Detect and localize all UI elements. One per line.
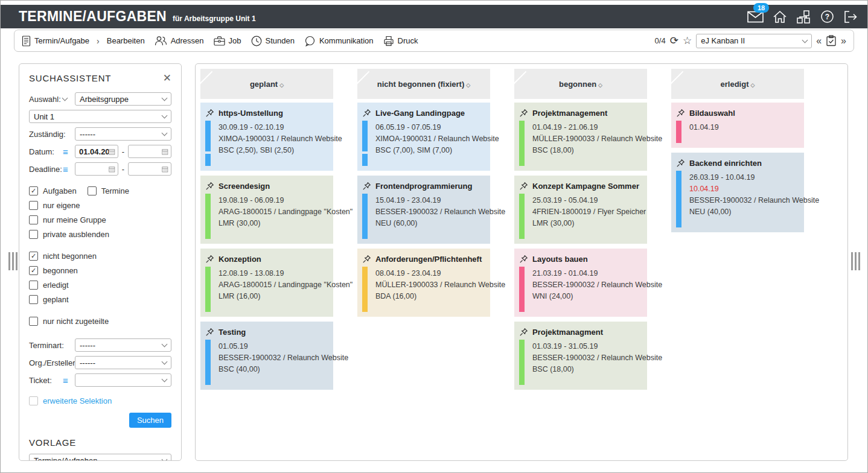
checkbox-box[interactable]	[29, 215, 38, 224]
menu-adressen[interactable]: Adressen	[155, 36, 204, 46]
checkbox-item[interactable]: geplant	[29, 295, 69, 304]
card-details: 15.04.19 - 23.04.19BESSER-1900032 / Rela…	[375, 195, 484, 229]
deadline-to-field[interactable]	[128, 162, 171, 176]
sort-icon[interactable]: ◇	[466, 82, 470, 88]
checkbox-box[interactable]: ✓	[29, 252, 38, 261]
refresh-icon[interactable]: ⟳	[670, 36, 678, 46]
sitemap-button[interactable]	[796, 10, 811, 24]
checkbox-item[interactable]: erledigt	[29, 281, 69, 290]
checkbox-label: private ausblenden	[43, 230, 109, 239]
checkbox-box[interactable]	[29, 295, 38, 304]
checkbox-item[interactable]: private ausblenden	[29, 230, 109, 239]
vorlage-select-value: Termine/Aufgaben	[34, 456, 98, 462]
checkbox-box[interactable]	[88, 186, 97, 195]
datum-to-input[interactable]	[132, 147, 162, 156]
deadline-from-input[interactable]	[79, 165, 109, 174]
kanban-card[interactable]: Konzeption 12.08.19 - 13.08.19ARAG-18000…	[200, 249, 333, 317]
kanban-card[interactable]: Live-Gang Landingpage 06.05.19 - 07.05.1…	[357, 103, 490, 171]
auswahl-chevron-icon[interactable]	[63, 98, 75, 100]
auswahl-select[interactable]: Arbeitsgruppe	[75, 92, 171, 106]
checkbox-item[interactable]: Termine	[88, 186, 129, 195]
menu-druck[interactable]: Druck	[383, 36, 418, 46]
calendar-icon[interactable]	[162, 148, 168, 156]
datum-from-field[interactable]	[75, 145, 118, 158]
right-resize-grip[interactable]	[851, 252, 860, 270]
close-icon[interactable]: ✕	[163, 72, 171, 84]
unit-select[interactable]: Unit 1	[29, 110, 171, 123]
column-header[interactable]: erledigt ◇	[671, 69, 804, 99]
card-line: MÜLLER-1900033 / Relaunch Website	[375, 279, 484, 291]
checkbox-item[interactable]: ✓ begonnen	[29, 266, 78, 275]
deadline-from-field[interactable]	[75, 162, 118, 176]
card-title: Frontendprogrammierung	[375, 182, 472, 191]
checkbox-box[interactable]: ✓	[29, 186, 38, 195]
kanban-card[interactable]: Anforderungen/Pflichtenheft 08.04.19 - 2…	[357, 249, 490, 317]
datum-from-input[interactable]	[79, 147, 109, 156]
ticket-select[interactable]	[75, 373, 171, 387]
datum-options-icon[interactable]: ≡	[63, 147, 75, 156]
vorlage-select[interactable]: Termine/Aufgaben	[29, 454, 171, 461]
home-button[interactable]	[773, 10, 787, 24]
calendar-icon[interactable]	[109, 165, 115, 173]
kanban-card[interactable]: Projektmanagment 01.03.19 - 31.05.19BESS…	[514, 322, 647, 390]
kanban-card[interactable]: Screendesign 19.08.19 - 06.09.19ARAG-180…	[200, 176, 333, 244]
next-page-button[interactable]: »	[841, 36, 846, 46]
left-resize-grip[interactable]	[8, 252, 18, 270]
range-dash: -	[122, 165, 124, 174]
logout-button[interactable]	[843, 10, 858, 24]
kanban-card[interactable]: Konzept Kampagne Sommer 25.03.19 - 05.04…	[514, 176, 647, 244]
column-header[interactable]: nicht begonnen (fixiert) ◇	[357, 69, 490, 99]
speech-bubble-icon	[304, 36, 316, 46]
ticket-options-icon[interactable]: ≡	[63, 376, 75, 385]
terminart-select[interactable]: ------	[75, 338, 171, 352]
mail-button[interactable]: 18	[747, 11, 764, 23]
checkbox-box[interactable]	[29, 281, 38, 290]
kanban-card[interactable]: https-Umstellung 30.09.19 - 02.10.19XIMO…	[200, 103, 333, 171]
column-header[interactable]: geplant ◇	[200, 69, 333, 99]
menu-bearbeiten[interactable]: Bearbeiten	[107, 36, 145, 45]
menu-termin-aufgabe[interactable]: Termin/Aufgabe	[22, 36, 89, 46]
checkbox-item[interactable]: nur meine Gruppe	[29, 215, 106, 224]
sort-icon[interactable]: ◇	[598, 82, 602, 88]
org-ersteller-select[interactable]: ------	[75, 356, 171, 369]
kanban-card[interactable]: Testing 01.05.19BESSER-1900032 / Relaunc…	[200, 322, 333, 390]
kanban-card[interactable]: Layouts bauen 21.03.19 - 01.04.19BESSER-…	[514, 249, 647, 317]
menu-stunden[interactable]: Stunden	[251, 36, 295, 46]
pager-count: 0/4	[655, 36, 666, 45]
view-select[interactable]: eJ Kanban II	[696, 34, 812, 48]
calendar-icon[interactable]	[162, 165, 168, 173]
checkbox-item[interactable]: nur eigene	[29, 201, 80, 210]
checkbox-item[interactable]: ✓ Aufgaben	[29, 186, 77, 195]
prev-page-button[interactable]: «	[816, 36, 822, 46]
kanban-card[interactable]: Frontendprogrammierung 15.04.19 - 23.04.…	[357, 176, 490, 244]
card-status-bar	[519, 340, 525, 385]
checkbox-box[interactable]	[29, 317, 38, 326]
help-button[interactable]: ?	[820, 10, 834, 24]
deadline-to-input[interactable]	[132, 165, 162, 174]
clipboard-check-icon[interactable]	[826, 35, 837, 46]
menu-label: Druck	[398, 36, 418, 45]
card-title: Anforderungen/Pflichtenheft	[375, 255, 482, 264]
zustaendig-select[interactable]: ------	[75, 127, 171, 141]
kanban-card[interactable]: Projektmanagement 01.04.19 - 21.06.19MÜL…	[514, 103, 647, 171]
datum-to-field[interactable]	[128, 145, 171, 158]
erweiterte-selektion-checkbox[interactable]: erweiterte Selektion	[29, 396, 171, 405]
checkbox-box[interactable]	[29, 201, 38, 210]
column-header[interactable]: begonnen ◇	[514, 69, 647, 99]
checkbox-box[interactable]: ✓	[29, 266, 38, 275]
checkbox-item[interactable]: nur nicht zugeteilte	[29, 317, 109, 326]
kanban-card[interactable]: Backend einrichten 26.03.19 - 10.04.1910…	[671, 153, 804, 232]
checkbox-box[interactable]	[29, 396, 38, 405]
kanban-card[interactable]: Bildauswahl 01.04.19	[671, 103, 804, 148]
calendar-icon[interactable]	[109, 148, 115, 156]
deadline-options-icon[interactable]: ≡	[63, 165, 75, 174]
menu-kommunikation[interactable]: Kommunikation	[304, 36, 374, 46]
checkbox-box[interactable]	[29, 230, 38, 239]
sort-icon[interactable]: ◇	[751, 82, 755, 88]
checkbox-item[interactable]: ✓ nicht begonnen	[29, 252, 97, 261]
suchen-button[interactable]: Suchen	[129, 413, 171, 428]
sort-icon[interactable]: ◇	[279, 82, 284, 88]
menu-job[interactable]: Job	[214, 36, 241, 46]
checkbox-label: erledigt	[43, 281, 69, 290]
favorite-star-icon[interactable]: ☆	[683, 36, 692, 46]
